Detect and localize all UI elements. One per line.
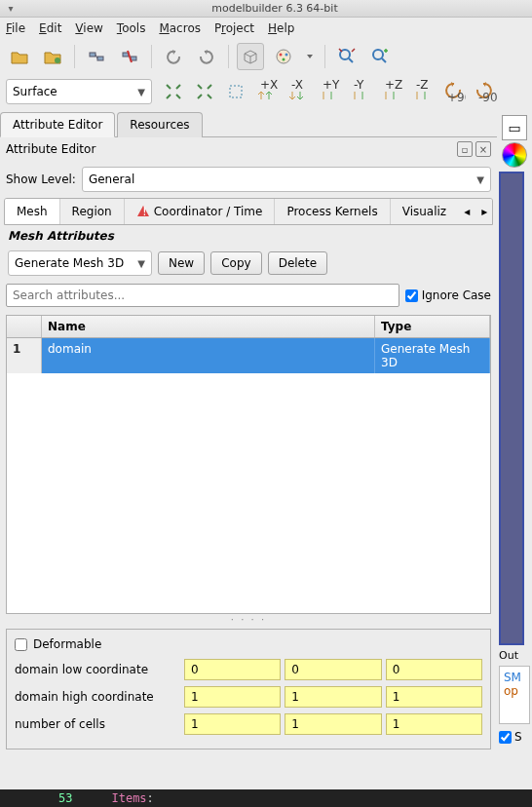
open-icon[interactable]	[6, 43, 33, 70]
layout-box-icon[interactable]: ▭	[502, 115, 527, 140]
tab-mesh[interactable]: Mesh	[5, 199, 60, 224]
axis-py-icon[interactable]: +Y	[316, 78, 343, 105]
menu-help[interactable]: Help	[268, 21, 294, 35]
arrows-out-icon[interactable]	[191, 78, 218, 105]
color-wheel-icon[interactable]	[502, 142, 527, 168]
right-strip: ▭ Out SM op S	[497, 109, 532, 753]
mesh-type-dropdown[interactable]: Generate Mesh 3D ▼	[8, 250, 152, 276]
tab-attribute-editor[interactable]: Attribute Editor	[0, 112, 115, 137]
disconnect-icon[interactable]	[116, 43, 143, 70]
svg-text:+Z: +Z	[385, 80, 402, 92]
col-header-number[interactable]	[7, 316, 42, 337]
delete-button[interactable]: Delete	[268, 251, 327, 275]
deformable-checkbox[interactable]	[15, 638, 27, 651]
output-label: Out	[499, 649, 530, 662]
axis-ny-icon[interactable]: -Y	[347, 78, 374, 105]
tab-resources[interactable]: Resources	[117, 112, 202, 137]
menu-project[interactable]: Project	[214, 21, 254, 35]
tab-region[interactable]: Region	[60, 199, 125, 224]
new-button[interactable]: New	[158, 251, 205, 275]
zoom-add-icon[interactable]	[366, 43, 394, 70]
svg-rect-11	[230, 86, 242, 97]
svg-text:+Y: +Y	[323, 80, 340, 92]
redo-icon[interactable]	[193, 43, 220, 70]
arrows-in-icon[interactable]	[160, 78, 187, 105]
cells-z-input[interactable]	[386, 713, 482, 735]
svg-point-5	[277, 50, 290, 63]
select-box-icon[interactable]	[222, 78, 249, 105]
svg-rect-2	[97, 57, 103, 60]
representation-dropdown[interactable]: Surface ▼	[6, 79, 152, 104]
zoom-fit-icon[interactable]	[333, 43, 361, 70]
show-level-row: Show Level: General ▼	[0, 161, 497, 198]
chevron-down-icon: ▼	[476, 174, 484, 185]
ignore-case-checkbox[interactable]	[405, 289, 418, 302]
low-y-input[interactable]	[285, 659, 381, 680]
window-menu-icon[interactable]: ▾	[4, 2, 18, 16]
tab-scroll-right-icon[interactable]: ▸	[475, 199, 493, 224]
cells-x-input[interactable]	[184, 713, 281, 735]
window-title: modelbuilder 6.3 64-bit	[18, 2, 532, 15]
axis-pz-icon[interactable]: +Z	[378, 78, 405, 105]
row-name: domain	[42, 338, 375, 373]
connect-icon[interactable]	[83, 43, 110, 70]
svg-rect-1	[90, 53, 95, 57]
row-type: Generate Mesh 3D	[375, 338, 490, 373]
box-tool-icon[interactable]	[237, 43, 264, 70]
bottom-checkbox-row[interactable]: S	[499, 730, 530, 744]
table-header: Name Type	[7, 316, 490, 338]
undo-icon[interactable]	[160, 43, 187, 70]
cells-y-input[interactable]	[285, 713, 381, 735]
rotate-ccw-icon[interactable]: +90	[440, 78, 468, 105]
show-level-dropdown[interactable]: General ▼	[82, 167, 491, 192]
show-level-label: Show Level:	[6, 173, 76, 186]
bottom-checkbox[interactable]	[499, 731, 512, 744]
terminal-colon: :	[147, 791, 154, 805]
axis-nx-icon[interactable]: -X	[285, 78, 312, 105]
axis-px-icon[interactable]: +X	[253, 78, 281, 105]
attributes-table: Name Type 1 domain Generate Mesh 3D	[6, 315, 491, 614]
titlebar: ▾ modelbuilder 6.3 64-bit	[0, 0, 532, 18]
high-y-input[interactable]	[285, 686, 381, 708]
col-header-name[interactable]: Name	[42, 316, 375, 337]
low-z-input[interactable]	[386, 659, 482, 680]
menu-macros[interactable]: Macros	[159, 21, 201, 35]
copy-button[interactable]: Copy	[210, 251, 261, 275]
menu-tools[interactable]: Tools	[117, 21, 146, 35]
palette-dropdown-icon[interactable]	[303, 43, 317, 70]
float-panel-icon[interactable]: ▫	[457, 141, 473, 157]
menu-file[interactable]: File	[6, 21, 25, 35]
tab-process-kernels[interactable]: Process Kernels	[275, 199, 390, 224]
close-panel-icon[interactable]: ×	[475, 141, 491, 157]
ignore-case-label[interactable]: Ignore Case	[405, 288, 491, 302]
axis-nz-icon[interactable]: -Z	[409, 78, 437, 105]
terminal-number: 53	[58, 791, 72, 805]
render-view[interactable]	[499, 172, 524, 645]
search-input[interactable]	[6, 284, 399, 307]
prop-label: number of cells	[15, 717, 180, 731]
svg-point-8	[283, 58, 285, 61]
svg-text:+X: +X	[260, 80, 278, 92]
table-body: 1 domain Generate Mesh 3D	[7, 338, 490, 613]
menu-view[interactable]: View	[75, 21, 102, 35]
low-x-input[interactable]	[184, 659, 281, 680]
col-header-type[interactable]: Type	[375, 316, 490, 337]
prop-row-high: domain high coordinate	[15, 686, 482, 708]
high-z-input[interactable]	[386, 686, 482, 708]
splitter-handle[interactable]: · · · ·	[0, 614, 497, 625]
tab-visualization[interactable]: Visualiz	[391, 199, 458, 224]
tab-scroll-left-icon[interactable]: ◂	[458, 199, 475, 224]
rotate-cw-icon[interactable]: -90	[472, 78, 499, 105]
panel-title: Attribute Editor	[6, 142, 454, 156]
table-row[interactable]: 1 domain Generate Mesh 3D	[7, 338, 490, 373]
menu-edit[interactable]: Edit	[39, 21, 61, 35]
terminal-text: Items	[111, 791, 146, 805]
tab-coordinator[interactable]: ! Coordinator / Time	[125, 199, 276, 224]
search-row: Ignore Case	[0, 280, 497, 311]
palette-icon[interactable]	[270, 43, 297, 70]
high-x-input[interactable]	[184, 686, 281, 708]
svg-point-0	[55, 58, 60, 63]
menubar: File Edit View Tools Macros Project Help	[0, 18, 532, 39]
output-console[interactable]: SM op	[499, 666, 530, 724]
save-icon[interactable]	[39, 43, 66, 70]
